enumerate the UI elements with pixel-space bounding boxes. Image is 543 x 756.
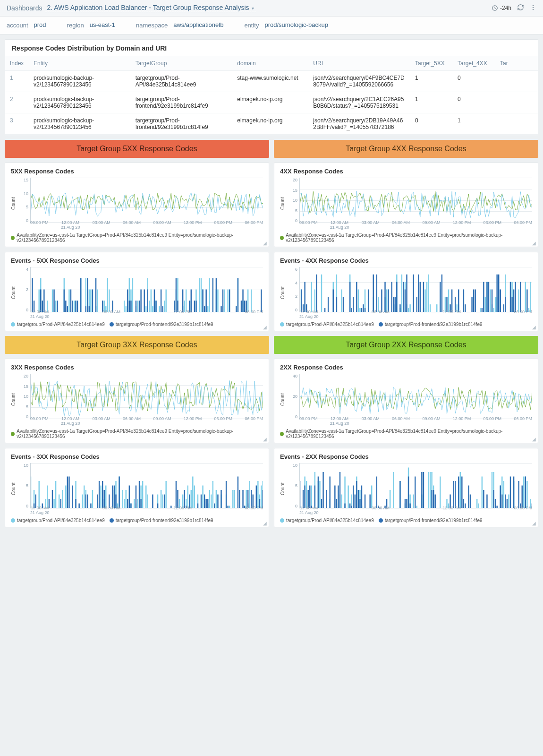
table-header[interactable]: domain <box>232 56 308 71</box>
svg-rect-407 <box>440 477 441 508</box>
svg-point-1 <box>533 5 534 6</box>
dashboard-title[interactable]: 2. AWS Application Load Balancer - Targe… <box>45 4 256 12</box>
svg-rect-236 <box>496 275 497 312</box>
time-range-picker[interactable]: -24h <box>492 5 511 11</box>
filter-value: prod <box>32 21 48 29</box>
resize-handle-icon[interactable]: ◢ <box>532 241 536 246</box>
svg-rect-429 <box>304 486 305 508</box>
svg-rect-126 <box>311 282 312 312</box>
svg-rect-427 <box>300 481 300 508</box>
x-tick: 12:00 AM21 Aug 20 <box>61 416 80 426</box>
legend-swatch <box>280 322 284 326</box>
table-header[interactable]: TargetGroup <box>131 56 233 71</box>
filter-entity[interactable]: entity prod/sumologic-backup <box>244 21 330 29</box>
table-cell: 1 <box>453 113 495 135</box>
clock-icon <box>492 5 498 11</box>
resize-handle-icon[interactable]: ◢ <box>532 521 536 526</box>
resize-handle-icon[interactable]: ◢ <box>263 521 267 526</box>
table-header[interactable]: Target_5XX <box>410 56 453 71</box>
svg-rect-371 <box>256 486 257 508</box>
svg-rect-395 <box>393 472 394 508</box>
svg-rect-101 <box>176 278 177 312</box>
table-header[interactable]: Index <box>5 56 29 71</box>
table-row[interactable]: 1prod/sumologic-backup-v2/12345678901234… <box>5 71 538 92</box>
chart-legend: AvailabilityZone=us-east-1a TargetGroup=… <box>280 429 532 439</box>
svg-rect-470 <box>453 481 454 508</box>
svg-rect-295 <box>192 477 193 508</box>
filter-key: namespace <box>136 22 168 29</box>
svg-rect-110 <box>205 290 206 312</box>
svg-rect-193 <box>349 282 350 312</box>
x-tick: 09:00 AM <box>153 220 171 230</box>
svg-rect-335 <box>112 486 113 508</box>
svg-rect-451 <box>361 486 362 508</box>
svg-rect-205 <box>388 290 389 312</box>
x-tick: 06:00 AM <box>102 309 120 319</box>
legend-swatch <box>280 236 284 240</box>
table-cell: elmagek.no-ip.org <box>232 113 308 135</box>
svg-rect-68 <box>40 290 41 312</box>
breadcrumb-root[interactable]: Dashboards <box>7 4 42 12</box>
svg-rect-446 <box>353 486 354 508</box>
table-row[interactable]: 2prod/sumologic-backup-v2/12345678901234… <box>5 92 538 113</box>
svg-rect-66 <box>32 278 33 312</box>
x-tick: 09:00 PM <box>299 220 318 230</box>
y-tick: 10 <box>18 191 28 196</box>
resize-handle-icon[interactable]: ◢ <box>532 437 536 442</box>
svg-rect-134 <box>358 290 359 312</box>
y-axis-label: Count <box>11 374 16 426</box>
table-header[interactable]: Tar <box>495 56 538 71</box>
svg-rect-155 <box>426 282 427 312</box>
svg-rect-458 <box>399 481 400 508</box>
svg-rect-250 <box>38 481 39 508</box>
svg-rect-223 <box>451 290 452 312</box>
x-tick: 12:00 PM <box>442 309 461 319</box>
x-tick: 09:00 PM <box>30 416 49 426</box>
svg-rect-487 <box>510 477 511 508</box>
svg-rect-141 <box>386 290 387 312</box>
svg-rect-23 <box>107 278 108 312</box>
legend-text: AvailabilityZone=us-east-1a TargetGroup=… <box>17 429 263 439</box>
svg-rect-324 <box>72 486 73 508</box>
resize-handle-icon[interactable]: ◢ <box>263 437 267 442</box>
filter-key: region <box>67 22 84 29</box>
table-header[interactable]: URI <box>308 56 410 71</box>
table-row[interactable]: 3prod/sumologic-backup-v2/12345678901234… <box>5 113 538 135</box>
svg-rect-178 <box>518 290 519 312</box>
svg-rect-114 <box>222 290 223 312</box>
svg-rect-76 <box>70 290 71 312</box>
svg-rect-293 <box>187 486 188 508</box>
legend-swatch <box>280 518 284 523</box>
resize-handle-icon[interactable]: ◢ <box>263 325 267 330</box>
x-tick: 12:00 AM21 Aug 20 <box>299 506 319 515</box>
svg-rect-438 <box>329 477 330 508</box>
legend-swatch <box>11 432 15 436</box>
y-tick: 0 <box>18 308 28 312</box>
breadcrumb: Dashboards 2. AWS Application Load Balan… <box>7 4 256 12</box>
refresh-button[interactable] <box>517 4 524 12</box>
svg-rect-302 <box>212 481 213 508</box>
filter-namespace[interactable]: namespace aws/applicationelb <box>136 21 225 29</box>
resize-handle-icon[interactable]: ◢ <box>532 325 536 330</box>
svg-rect-11 <box>68 290 69 312</box>
legend-text: AvailabilityZone=us-east-1a TargetGroup=… <box>17 232 263 243</box>
y-tick: 10 <box>287 198 297 203</box>
table-header[interactable]: Target_4XX <box>453 56 495 71</box>
svg-rect-232 <box>483 282 484 312</box>
filter-account[interactable]: account prod <box>7 21 48 29</box>
chevron-down-icon: ▾ <box>252 6 254 11</box>
svg-rect-19 <box>97 290 98 312</box>
svg-rect-376 <box>306 481 307 508</box>
more-menu-button[interactable] <box>530 4 536 12</box>
table-cell: json/v2/searchquery/2C1AEC26A95B0B6D/sta… <box>308 92 410 113</box>
filter-region[interactable]: region us-east-1 <box>67 21 117 29</box>
legend-text: targetgroup/Prod-API/84e325b14c814ee9 <box>17 322 105 327</box>
svg-rect-380 <box>319 481 320 508</box>
table-header[interactable]: Entity <box>29 56 131 71</box>
svg-rect-123 <box>300 290 300 312</box>
chart-3xx-events: Events - 3XX Response CodesCount105012:0… <box>5 448 269 527</box>
y-tick: 2 <box>18 287 28 292</box>
y-axis-label: Count <box>280 374 285 426</box>
resize-handle-icon[interactable]: ◢ <box>263 241 267 246</box>
svg-rect-29 <box>132 278 133 312</box>
